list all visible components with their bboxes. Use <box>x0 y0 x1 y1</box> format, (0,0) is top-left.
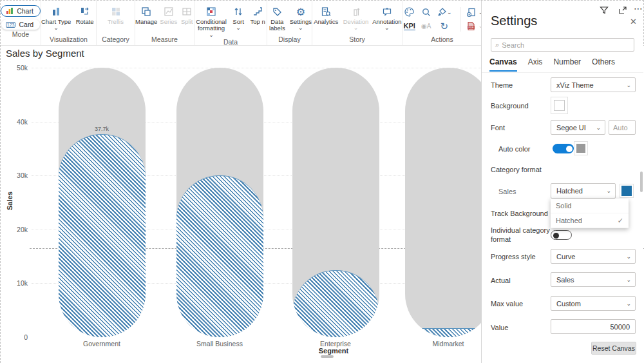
chevron-down-icon[interactable]: ⌄ <box>447 9 452 15</box>
ribbon-group-mode: Chart 123 Card Mode <box>1 1 41 45</box>
trellis-icon <box>110 5 122 19</box>
ribbon-group-actions: ⌄ KPI ◉A ↻ ⌄ PDF⌄ Actions <box>402 1 482 45</box>
bar-track-2[interactable] <box>292 68 379 337</box>
reset-canvas-button[interactable]: Reset Canvas <box>591 342 636 355</box>
chart-mode-button[interactable]: Chart <box>1 5 41 17</box>
ribbon-group-measure: Manage Series Split Measure <box>135 1 194 45</box>
chevron-down-icon[interactable]: ⌄ <box>298 25 303 30</box>
chevron-down-icon: ⌄ <box>606 188 611 194</box>
progress-style-dropdown[interactable]: Curve ⌄ <box>551 249 636 264</box>
sales-color-swatch[interactable] <box>620 184 634 198</box>
highlight-icon: ◉A <box>421 23 431 30</box>
chevron-down-icon[interactable]: ⌄ <box>209 32 214 37</box>
sort-icon <box>232 5 244 19</box>
panel-scrollbar-thumb[interactable] <box>640 172 643 192</box>
bar-fill-0[interactable] <box>59 134 146 337</box>
group-label-visualization: Visualization <box>50 35 88 45</box>
close-icon[interactable]: ✕ <box>630 17 637 26</box>
kpi-button[interactable]: KPI <box>404 22 415 30</box>
panel-tabs: Canvas Axis Number Others <box>489 57 615 72</box>
individual-category-format-toggle[interactable] <box>551 230 572 240</box>
more-options-icon[interactable]: ⋯ <box>634 3 643 14</box>
actual-label: Actual <box>491 277 511 284</box>
tab-others[interactable]: Others <box>592 57 615 72</box>
brush-icon <box>437 7 447 17</box>
chevron-down-icon[interactable]: ⌄ <box>236 25 241 30</box>
tab-axis[interactable]: Axis <box>528 57 543 72</box>
y-tick-10k: 10k <box>6 279 28 287</box>
chart-type-icon <box>50 5 62 19</box>
x-category-label-3: Midmarket <box>403 340 493 348</box>
bar-track-0[interactable] <box>59 68 146 337</box>
y-tick-50k: 50k <box>6 64 28 72</box>
auto-color-swatch[interactable] <box>574 141 588 155</box>
value-label: Value <box>491 324 508 331</box>
bar-fill-3[interactable] <box>405 328 492 337</box>
tabs-divider <box>482 72 643 73</box>
brush-action[interactable]: ⌄ <box>437 7 452 17</box>
max-value-dropdown[interactable]: Custom ⌄ <box>551 296 636 311</box>
tab-number[interactable]: Number <box>553 57 581 72</box>
group-label-actions: Actions <box>431 35 453 45</box>
svg-text:PDF: PDF <box>468 26 474 29</box>
y-axis-title: Sales <box>6 191 14 210</box>
dropdown-option-solid[interactable]: Solid <box>551 199 629 213</box>
progress-style-label: Progress style <box>491 253 536 260</box>
top-n-button[interactable]: Top n <box>249 3 267 25</box>
ribbon-toolbar: Chart 123 Card Mode Chart Type ⌄ Rotate <box>1 1 482 46</box>
chevron-down-icon[interactable]: ⌄ <box>384 25 390 30</box>
track-background-label: Track Background <box>491 210 548 217</box>
top-n-icon <box>252 5 263 19</box>
chevron-down-icon: ⌄ <box>626 253 631 260</box>
manage-button[interactable]: Manage <box>135 3 157 25</box>
sales-label: Sales <box>498 188 516 195</box>
conditional-formatting-button[interactable]: Conditional formatting ⌄ <box>194 3 228 37</box>
manage-icon <box>140 5 152 19</box>
font-size-input[interactable]: Auto <box>609 120 636 135</box>
card-123-icon: 123 <box>6 22 16 28</box>
bar-fill-1[interactable] <box>176 175 263 337</box>
sales-format-dropdown[interactable]: Hatched ⌄ <box>551 183 616 199</box>
auto-color-toggle[interactable] <box>553 144 574 153</box>
deviation-button: Deviation ⌄ <box>342 3 369 30</box>
font-dropdown[interactable]: Segoe UI ⌄ <box>551 120 605 135</box>
conditional-formatting-icon <box>205 5 217 19</box>
chevron-down-icon: ⌄ <box>626 300 631 307</box>
value-input[interactable]: 50000 <box>551 319 636 334</box>
group-label-story: Story <box>349 35 365 45</box>
chevron-down-icon[interactable]: ⌄ <box>53 25 59 30</box>
theme-dropdown[interactable]: xViz Theme ⌄ <box>551 77 636 92</box>
x-axis-title: Segment <box>289 347 379 355</box>
actual-dropdown[interactable]: Sales ⌄ <box>551 272 636 287</box>
background-color-swatch[interactable] <box>551 97 568 114</box>
pdf-icon: PDF <box>466 21 477 32</box>
focus-mode-icon[interactable] <box>618 5 628 15</box>
settings-panel: ⋯ Settings ✕ ⌕ Search Canvas Axis Number… <box>481 1 643 363</box>
card-mode-label: Card <box>19 21 33 28</box>
rotate-button[interactable]: Rotate <box>73 3 96 25</box>
bar-track-1[interactable] <box>176 68 263 337</box>
analytics-button[interactable]: Analytics <box>312 3 339 25</box>
refresh-icon[interactable]: ↻ <box>440 21 448 32</box>
sort-button[interactable]: Sort ⌄ <box>231 3 246 30</box>
chevron-down-icon: ⌄ <box>596 124 601 131</box>
zoom-search-icon[interactable] <box>421 6 432 18</box>
bar-track-3[interactable] <box>405 68 492 337</box>
horizontal-scrollbar-thumb[interactable] <box>321 355 334 358</box>
filter-icon[interactable] <box>599 5 609 15</box>
font-label: Font <box>491 124 505 132</box>
annotation-button[interactable]: Annotation ⌄ <box>372 3 402 30</box>
search-input[interactable]: ⌕ Search <box>491 38 634 52</box>
card-mode-button[interactable]: 123 Card <box>1 19 40 30</box>
chart-type-button[interactable]: Chart Type ⌄ <box>41 3 71 30</box>
ribbon-group-story: Analytics Deviation ⌄ Annotation ⌄ Story <box>312 1 402 45</box>
data-labels-button[interactable]: Data labels <box>267 3 287 32</box>
max-value-label: Max value <box>491 300 523 308</box>
tab-canvas[interactable]: Canvas <box>489 57 517 72</box>
theme-palette-icon[interactable] <box>403 6 415 18</box>
group-label-category: Category <box>102 35 129 45</box>
bar-fill-2[interactable] <box>292 270 379 338</box>
dropdown-option-hatched[interactable]: Hatched✓ <box>551 213 629 228</box>
search-icon: ⌕ <box>495 41 499 49</box>
display-settings-button[interactable]: ⚙ Settings ⌄ <box>290 3 312 30</box>
